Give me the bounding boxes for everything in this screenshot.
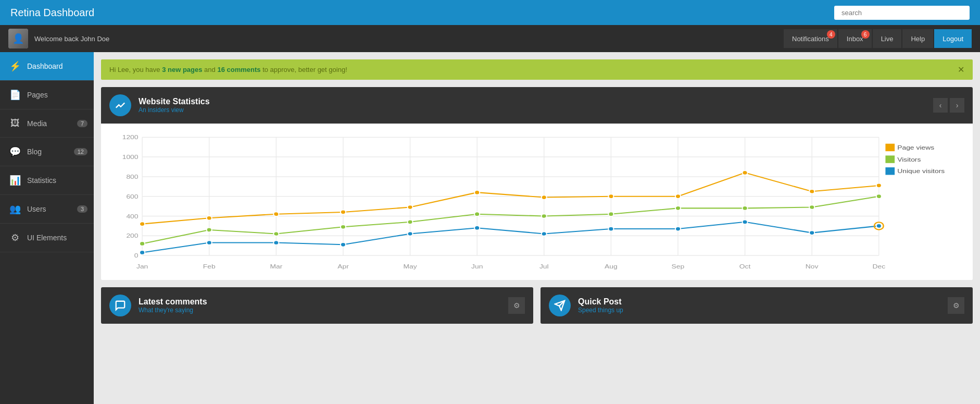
- notifications-badge: 4: [827, 30, 835, 39]
- sidebar-item-pages[interactable]: 📄 Pages: [0, 81, 94, 109]
- chart-container: 020040060080010001200JanFebMarAprMayJunJ…: [101, 124, 973, 280]
- dashboard-icon: ⚡: [9, 60, 21, 72]
- svg-point-39: [207, 216, 212, 220]
- sidebar-label-blog: Blog: [27, 148, 42, 156]
- users-badge: 3: [77, 205, 87, 213]
- svg-point-51: [207, 228, 212, 232]
- sidebar-item-ui-elements[interactable]: ⚙ UI Elements: [0, 224, 94, 252]
- latest-comments-icon: [109, 295, 131, 316]
- svg-point-64: [273, 240, 279, 244]
- user-info: 👤 Welcome back John Doe: [8, 29, 109, 48]
- stats-widget-icon: [109, 94, 131, 116]
- svg-text:800: 800: [126, 174, 138, 180]
- widget-title-block: Website Statistics An insiders view: [139, 97, 210, 114]
- latest-comments-header: Latest comments What they're saying ⚙: [101, 287, 533, 324]
- svg-point-61: [876, 194, 882, 199]
- svg-point-43: [474, 190, 480, 194]
- widget-subtitle: An insiders view: [139, 106, 210, 114]
- svg-point-46: [675, 194, 681, 199]
- alert-text-after: to approve, better get going!: [261, 66, 347, 74]
- svg-point-49: [876, 183, 882, 188]
- sidebar-item-users[interactable]: 👥 Users 3: [0, 195, 94, 224]
- svg-point-42: [408, 205, 413, 209]
- nav-buttons: Notifications 4 Inbox 6 Live Help Logout: [784, 29, 972, 48]
- svg-text:400: 400: [126, 213, 138, 220]
- svg-text:Jun: Jun: [471, 263, 483, 270]
- svg-point-56: [542, 214, 547, 218]
- widget-next-button[interactable]: ›: [950, 98, 964, 113]
- alert-text-mid: and: [203, 66, 218, 74]
- alert-bar: Hi Lee, you have 3 new pages and 16 comm…: [101, 59, 973, 80]
- svg-point-67: [474, 226, 480, 230]
- svg-point-57: [608, 212, 613, 216]
- svg-point-38: [140, 222, 145, 226]
- main-content: Hi Lee, you have 3 new pages and 16 comm…: [94, 52, 980, 404]
- svg-point-48: [809, 189, 814, 193]
- svg-text:1200: 1200: [122, 134, 139, 141]
- svg-point-54: [408, 220, 413, 224]
- alert-pages-link[interactable]: 3 new pages: [162, 66, 202, 74]
- widget-prev-button[interactable]: ‹: [933, 98, 948, 113]
- svg-text:Nov: Nov: [806, 263, 819, 270]
- svg-point-50: [140, 241, 145, 246]
- svg-text:Mar: Mar: [270, 263, 283, 270]
- latest-comments-gear-button[interactable]: ⚙: [508, 297, 525, 314]
- svg-text:Aug: Aug: [605, 263, 618, 270]
- sidebar-item-blog[interactable]: 💬 Blog 12: [0, 138, 94, 166]
- quick-post-subtitle: Speed things up: [578, 307, 623, 314]
- sidebar-item-dashboard[interactable]: ⚡ Dashboard: [0, 52, 94, 81]
- logout-button[interactable]: Logout: [934, 29, 972, 48]
- quick-post-widget: Quick Post Speed things up ⚙: [541, 287, 973, 324]
- search-input[interactable]: [834, 6, 970, 20]
- svg-rect-78: [885, 167, 895, 175]
- svg-text:Page views: Page views: [897, 144, 934, 151]
- svg-point-60: [809, 205, 814, 209]
- sidebar-label-users: Users: [27, 205, 46, 213]
- svg-point-66: [408, 231, 413, 236]
- svg-point-52: [273, 231, 279, 236]
- pages-icon: 📄: [9, 89, 21, 101]
- svg-point-53: [341, 225, 346, 229]
- bottom-row: Latest comments What they're saying ⚙: [101, 287, 973, 324]
- stats-widget: Website Statistics An insiders view ‹ › …: [101, 87, 973, 280]
- svg-text:Jan: Jan: [136, 263, 148, 270]
- widget-header-actions: ‹ ›: [933, 98, 964, 113]
- svg-point-44: [542, 195, 547, 199]
- sidebar-item-statistics[interactable]: 📊 Statistics: [0, 166, 94, 195]
- svg-point-59: [743, 206, 748, 210]
- layout: ⚡ Dashboard 📄 Pages 🖼 Media 7 💬 Blog 12 …: [0, 52, 980, 404]
- inbox-button[interactable]: Inbox 6: [838, 29, 872, 48]
- notifications-button[interactable]: Notifications 4: [784, 29, 837, 48]
- svg-text:600: 600: [126, 193, 138, 200]
- sidebar-label-media: Media: [27, 119, 47, 128]
- svg-point-72: [809, 230, 814, 235]
- widget-title: Website Statistics: [139, 97, 210, 106]
- logo-retina: Retina: [10, 7, 41, 18]
- svg-point-71: [743, 220, 748, 224]
- svg-text:Sep: Sep: [672, 263, 685, 270]
- latest-comments-title: Latest comments: [139, 297, 207, 307]
- sidebar-label-statistics: Statistics: [27, 176, 56, 185]
- svg-point-65: [341, 242, 346, 247]
- svg-point-40: [273, 212, 279, 216]
- quick-post-gear-button[interactable]: ⚙: [948, 297, 964, 314]
- svg-text:Unique visitors: Unique visitors: [897, 168, 945, 175]
- sidebar-label-pages: Pages: [27, 91, 48, 99]
- live-button[interactable]: Live: [873, 29, 902, 48]
- inbox-badge: 6: [861, 30, 870, 39]
- svg-point-41: [341, 210, 346, 214]
- sidebar-item-media[interactable]: 🖼 Media 7: [0, 109, 94, 138]
- logo-dashboard: Dashboard: [41, 7, 94, 18]
- sidebar-label-dashboard: Dashboard: [27, 62, 63, 70]
- blog-icon: 💬: [9, 146, 21, 157]
- svg-text:200: 200: [126, 233, 138, 240]
- users-icon: 👥: [9, 203, 21, 215]
- latest-comments-subtitle: What they're saying: [139, 307, 207, 314]
- top-header: Retina Dashboard: [0, 0, 980, 25]
- alert-comments-link[interactable]: 16 comments: [217, 66, 260, 74]
- svg-text:1000: 1000: [122, 154, 139, 161]
- alert-close-icon[interactable]: ✕: [958, 65, 964, 75]
- media-icon: 🖼: [9, 118, 21, 129]
- avatar-image: 👤: [8, 29, 28, 48]
- help-button[interactable]: Help: [902, 29, 933, 48]
